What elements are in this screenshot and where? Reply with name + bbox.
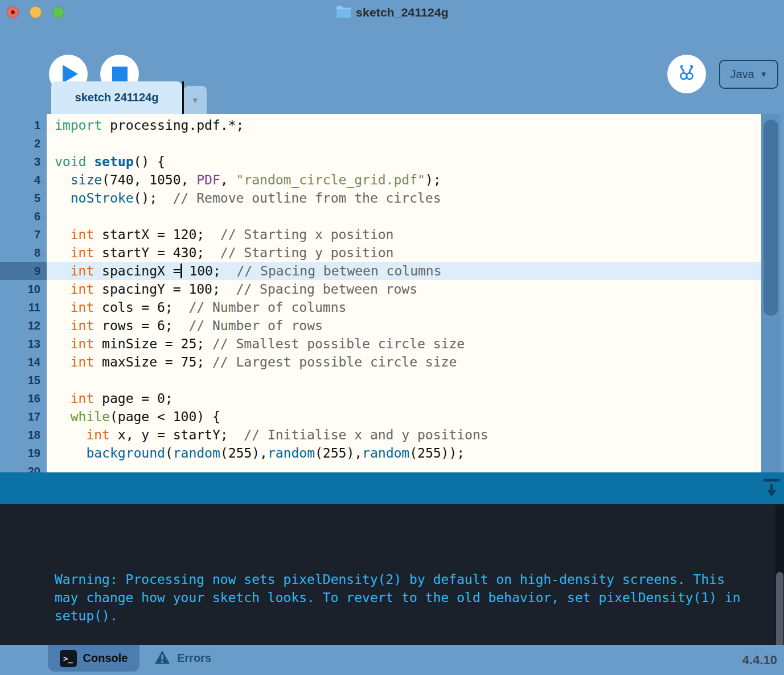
tab-label: sketch 241124g <box>75 91 159 104</box>
window-controls <box>7 6 64 18</box>
tab-bar: sketch 241124g ▼ <box>0 81 784 114</box>
code-line-16[interactable]: 16 int page = 0; <box>0 389 784 408</box>
zoom-button[interactable] <box>52 6 64 18</box>
code-text: import processing.pdf.*; <box>47 116 761 134</box>
line-number: 11 <box>0 298 47 316</box>
code-text: int cols = 6; // Number of columns <box>47 298 761 316</box>
code-line-19[interactable]: 19 background(random(255),random(255),ra… <box>0 444 784 462</box>
code-line-7[interactable]: 7 int startX = 120; // Starting x positi… <box>0 225 784 244</box>
code-text: int startX = 120; // Starting x position <box>47 225 761 244</box>
code-line-12[interactable]: 12 int rows = 6; // Number of rows <box>0 316 784 335</box>
minimize-button[interactable] <box>30 6 42 18</box>
code-line-10[interactable]: 10 int spacingY = 100; // Spacing betwee… <box>0 280 784 298</box>
line-number: 1 <box>0 116 47 134</box>
console-message-line: setup(). <box>55 607 761 625</box>
line-number: 10 <box>0 280 47 298</box>
code-line-3[interactable]: 3void setup() { <box>0 153 784 171</box>
code-line-8[interactable]: 8 int startY = 430; // Starting y positi… <box>0 244 784 262</box>
console-message-line: may change how your sketch looks. To rev… <box>55 588 761 607</box>
terminal-glyph: >_ <box>63 654 73 663</box>
tab-sketch[interactable]: sketch 241124g <box>51 81 182 114</box>
code-text <box>47 207 761 225</box>
code-line-17[interactable]: 17 while(page < 100) { <box>0 408 784 426</box>
code-line-14[interactable]: 14 int maxSize = 75; // Largest possible… <box>0 353 784 371</box>
title-group: sketch_241124g <box>335 0 449 25</box>
title-bar: sketch_241124g <box>0 0 784 25</box>
code-text <box>47 462 761 472</box>
code-line-15[interactable]: 15 <box>0 371 784 389</box>
code-text: int spacingX = 100; // Spacing between c… <box>47 262 761 280</box>
line-number: 16 <box>0 389 47 408</box>
console-message-line: Warning: Processing now sets pixelDensit… <box>55 570 761 588</box>
line-number: 5 <box>0 189 47 207</box>
line-number: 14 <box>0 353 47 371</box>
line-number: 19 <box>0 444 47 462</box>
code-lines: 1import processing.pdf.*;23void setup() … <box>0 114 784 472</box>
status-bar: >_ Console Errors 4.4.10 <box>0 645 784 675</box>
line-number: 6 <box>0 207 47 225</box>
line-number: 3 <box>0 153 47 171</box>
code-line-11[interactable]: 11 int cols = 6; // Number of columns <box>0 298 784 316</box>
line-number: 4 <box>0 171 47 189</box>
line-number: 18 <box>0 426 47 444</box>
console-panel: Warning: Processing now sets pixelDensit… <box>0 504 784 645</box>
code-text: int rows = 6; // Number of rows <box>47 316 761 335</box>
code-text: int maxSize = 75; // Largest possible ci… <box>47 353 761 371</box>
dock-down-arrow-icon <box>762 492 781 501</box>
code-line-6[interactable]: 6 <box>0 207 784 225</box>
processing-ide-window: sketch_241124g Java ▼ <box>0 0 784 675</box>
toolbar: Java ▼ <box>0 25 784 81</box>
code-editor[interactable]: 1import processing.pdf.*;23void setup() … <box>0 114 784 472</box>
line-number: 15 <box>0 371 47 389</box>
console-divider[interactable] <box>0 472 784 504</box>
line-number: 17 <box>0 408 47 426</box>
tab-menu-button[interactable]: ▼ <box>184 86 207 114</box>
line-number: 2 <box>0 134 47 153</box>
mode-label: Java <box>730 68 754 81</box>
editor-scrollbar-thumb[interactable] <box>764 120 778 316</box>
warning-triangle-icon <box>154 650 170 666</box>
close-button[interactable] <box>7 6 19 18</box>
code-text <box>47 134 761 153</box>
code-text <box>47 371 761 389</box>
line-number: 12 <box>0 316 47 335</box>
collapse-console-button[interactable] <box>761 478 782 500</box>
code-text: void setup() { <box>47 153 761 171</box>
folder-icon <box>335 5 351 20</box>
console-tab-label: Console <box>83 652 128 665</box>
chevron-down-icon: ▼ <box>191 96 199 105</box>
line-number: 20 <box>0 462 47 472</box>
stop-icon <box>112 67 128 82</box>
errors-tab[interactable]: Errors <box>151 645 215 672</box>
code-text: int startY = 430; // Starting y position <box>47 244 761 262</box>
code-line-9[interactable]: 9 int spacingX = 100; // Spacing between… <box>0 262 784 280</box>
code-text: background(random(255),random(255),rando… <box>47 444 761 462</box>
play-icon <box>63 65 78 83</box>
line-number: 9 <box>0 262 47 280</box>
console-scrollbar-thumb[interactable] <box>776 572 783 645</box>
code-text: while(page < 100) { <box>47 408 761 426</box>
code-line-1[interactable]: 1import processing.pdf.*; <box>0 116 784 134</box>
code-text: int minSize = 25; // Smallest possible c… <box>47 335 761 353</box>
code-text: int spacingY = 100; // Spacing between r… <box>47 280 761 298</box>
terminal-icon: >_ <box>60 650 77 667</box>
code-line-13[interactable]: 13 int minSize = 25; // Smallest possibl… <box>0 335 784 353</box>
errors-tab-label: Errors <box>177 652 211 665</box>
code-text: int page = 0; <box>47 389 761 408</box>
version-label: 4.4.10 <box>742 645 777 675</box>
chevron-down-icon: ▼ <box>760 70 767 79</box>
code-text: size(740, 1050, PDF, "random_circle_grid… <box>47 171 761 189</box>
console-tab[interactable]: >_ Console <box>48 645 139 672</box>
line-number: 13 <box>0 335 47 353</box>
code-line-18[interactable]: 18 int x, y = startY; // Initialise x an… <box>0 426 784 444</box>
editor-scrollbar[interactable] <box>761 114 784 472</box>
code-line-20[interactable]: 20 <box>0 462 784 472</box>
code-line-4[interactable]: 4 size(740, 1050, PDF, "random_circle_gr… <box>0 171 784 189</box>
code-line-5[interactable]: 5 noStroke(); // Remove outline from the… <box>0 189 784 207</box>
line-number: 8 <box>0 244 47 262</box>
code-text: int x, y = startY; // Initialise x and y… <box>47 426 761 444</box>
window-title: sketch_241124g <box>356 6 449 19</box>
code-text: noStroke(); // Remove outline from the c… <box>47 189 761 207</box>
line-number: 7 <box>0 225 47 244</box>
code-line-2[interactable]: 2 <box>0 134 784 153</box>
